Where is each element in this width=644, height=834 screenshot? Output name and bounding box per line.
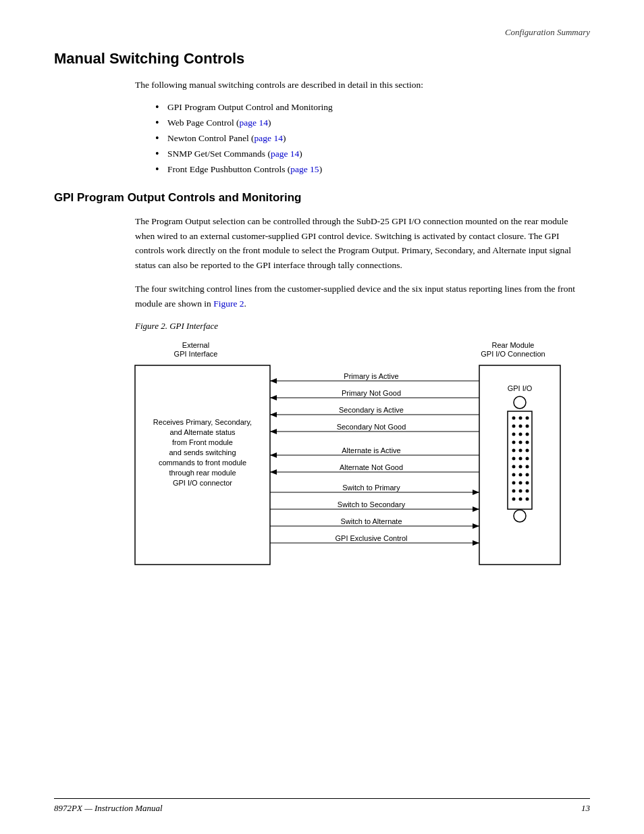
gpi-para-1: The Program Output selection can be cont…: [135, 214, 590, 272]
svg-point-34: [512, 465, 516, 468]
svg-point-29: [519, 448, 522, 452]
svg-marker-63: [270, 452, 277, 458]
svg-point-42: [526, 481, 529, 484]
page-title: Manual Switching Controls: [54, 50, 590, 68]
list-item: Newton Control Panel (page 14): [155, 131, 590, 147]
svg-text:GPI I/O Connection: GPI I/O Connection: [481, 350, 545, 358]
svg-point-36: [526, 465, 529, 468]
list-item: SNMP Get/Set Commands (page 14): [155, 147, 590, 162]
section-header: Configuration Summary: [54, 27, 590, 38]
page14-link-1[interactable]: page 14: [240, 118, 268, 128]
svg-text:Alternate is Active: Alternate is Active: [342, 446, 400, 454]
svg-point-37: [512, 473, 516, 476]
svg-point-39: [526, 473, 529, 476]
svg-marker-60: [270, 429, 277, 434]
page14-link-2[interactable]: page 14: [254, 133, 283, 143]
svg-point-49: [514, 510, 526, 522]
svg-point-25: [512, 440, 516, 444]
svg-text:and sends switching: and sends switching: [169, 448, 236, 457]
svg-text:from Front module: from Front module: [172, 438, 233, 446]
gpi-diagram: External GPI Interface Rear Module GPI I…: [122, 337, 594, 594]
svg-point-38: [519, 473, 522, 476]
svg-text:through rear module: through rear module: [169, 469, 236, 477]
svg-text:Alternate Not Good: Alternate Not Good: [340, 463, 403, 471]
svg-marker-72: [473, 506, 479, 512]
svg-marker-57: [270, 412, 277, 417]
svg-point-24: [526, 432, 529, 436]
svg-text:Rear Module: Rear Module: [492, 341, 535, 349]
svg-text:Secondary Not Good: Secondary Not Good: [337, 423, 406, 431]
svg-point-19: [512, 424, 516, 427]
footer-left: 8972PX — Instruction Manual: [54, 803, 163, 814]
svg-text:Secondary is Active: Secondary is Active: [339, 406, 404, 414]
figure2-link[interactable]: Figure 2: [213, 298, 244, 309]
svg-text:commands to front module: commands to front module: [159, 459, 246, 467]
svg-point-14: [514, 396, 526, 409]
svg-text:Switch to Primary: Switch to Primary: [342, 484, 400, 492]
svg-text:GPI I/O connector: GPI I/O connector: [173, 479, 232, 487]
footer-right: 13: [581, 803, 590, 814]
intro-text: The following manual switching controls …: [135, 78, 590, 92]
gpi-para-2: The four switching control lines from th…: [135, 282, 590, 311]
svg-marker-78: [473, 540, 479, 546]
bullet-list: GPI Program Output Control and Monitorin…: [155, 100, 590, 178]
svg-marker-54: [270, 395, 277, 400]
svg-point-16: [512, 416, 516, 419]
svg-text:GPI Interface: GPI Interface: [174, 350, 218, 358]
svg-rect-12: [479, 365, 560, 565]
svg-point-31: [512, 457, 516, 460]
svg-point-18: [526, 416, 529, 419]
list-item: Front Edge Pushbutton Controls (page 15): [155, 162, 590, 178]
svg-point-33: [526, 457, 529, 460]
svg-text:Primary is Active: Primary is Active: [344, 372, 398, 380]
svg-point-32: [519, 457, 522, 460]
svg-text:Switch to Alternate: Switch to Alternate: [340, 517, 402, 525]
svg-point-40: [512, 481, 516, 484]
svg-point-44: [519, 489, 522, 492]
svg-point-47: [519, 497, 522, 500]
figure-caption: Figure 2. GPI Interface: [135, 321, 590, 332]
svg-text:External: External: [182, 341, 209, 349]
svg-point-23: [519, 432, 522, 436]
svg-point-26: [519, 440, 522, 444]
svg-marker-75: [473, 523, 479, 529]
svg-point-17: [519, 416, 522, 419]
svg-point-20: [519, 424, 522, 427]
svg-text:and Alternate status: and Alternate status: [169, 428, 236, 436]
svg-point-22: [512, 432, 516, 436]
list-item: Web Page Control (page 14): [155, 115, 590, 131]
svg-text:GPI Exclusive Control: GPI Exclusive Control: [336, 534, 408, 542]
list-item: GPI Program Output Control and Monitorin…: [155, 100, 590, 115]
svg-point-21: [526, 424, 529, 427]
page14-link-3[interactable]: page 14: [271, 149, 299, 159]
svg-text:Switch to Secondary: Switch to Secondary: [338, 500, 406, 509]
svg-point-45: [526, 489, 529, 492]
svg-marker-69: [473, 490, 479, 495]
gpi-section-title: GPI Program Output Controls and Monitori…: [54, 191, 590, 205]
svg-point-43: [512, 489, 516, 492]
svg-point-35: [519, 465, 522, 468]
svg-point-28: [512, 448, 516, 452]
svg-point-30: [526, 448, 529, 452]
svg-point-46: [512, 497, 516, 500]
svg-text:Receives Primary, Secondary,: Receives Primary, Secondary,: [153, 418, 252, 426]
svg-point-48: [526, 497, 529, 500]
page15-link[interactable]: page 15: [290, 164, 319, 174]
svg-text:GPI I/O: GPI I/O: [508, 384, 533, 392]
svg-marker-66: [270, 469, 277, 475]
svg-point-41: [519, 481, 522, 484]
svg-point-27: [526, 440, 529, 444]
svg-marker-51: [270, 378, 277, 384]
svg-text:Primary Not Good: Primary Not Good: [342, 389, 401, 397]
page-footer: 8972PX — Instruction Manual 13: [54, 798, 590, 814]
